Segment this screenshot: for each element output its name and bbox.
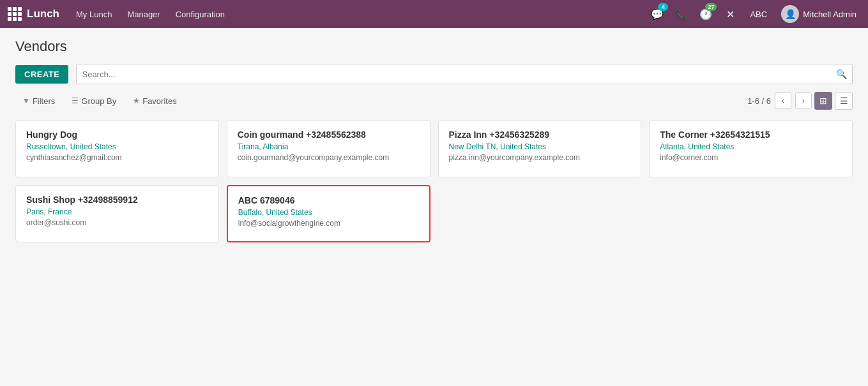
user-name: Mitchell Admin (803, 10, 857, 19)
group-by-button[interactable]: ☰ Group By (65, 93, 123, 110)
vendor-card[interactable]: Pizza Inn +32456325289New Delhi TN, Unit… (438, 120, 642, 177)
search-bar: 🔍 (76, 64, 853, 84)
search-input[interactable] (82, 70, 836, 79)
vendor-name: ABC 6789046 (238, 195, 419, 205)
list-view-button[interactable]: ☰ (835, 92, 853, 110)
vendor-name: Sushi Shop +32498859912 (26, 195, 208, 205)
vendor-email: cynthiasanchez@gmail.com (26, 153, 208, 162)
page-title: Vendors (15, 38, 853, 55)
vendor-card[interactable]: Sushi Shop +32498859912Paris, Franceorde… (15, 185, 219, 242)
vendor-email: coin.gourmand@yourcompany.example.com (238, 153, 420, 162)
vendors-grid: Hungry DogRusseltown, United Statescynth… (15, 120, 853, 242)
favorites-label: Favorites (142, 96, 176, 106)
vendor-card[interactable]: Hungry DogRusseltown, United Statescynth… (15, 120, 219, 177)
create-button[interactable]: CREATE (15, 65, 68, 84)
pagination-text: 1-6 / 6 (747, 96, 771, 106)
vendor-email: order@sushi.com (26, 218, 208, 227)
next-page-button[interactable]: › (795, 93, 812, 109)
vendor-name: Hungry Dog (26, 130, 208, 140)
vendor-email: pizza.inn@yourcompany.example.com (449, 153, 631, 162)
vendor-location: Atlanta, United States (660, 142, 842, 151)
activity-badge: 27 (705, 3, 717, 11)
group-by-label: Group By (81, 96, 116, 106)
vendor-name: Pizza Inn +32456325289 (449, 130, 631, 140)
vendor-card[interactable]: Coin gourmand +32485562388Tirana, Albani… (227, 120, 430, 177)
vendor-name: Coin gourmand +32485562388 (238, 130, 420, 140)
user-avatar: 👤 (781, 5, 799, 23)
vendor-name: The Corner +32654321515 (660, 130, 842, 140)
vendor-card[interactable]: The Corner +32654321515Atlanta, United S… (649, 120, 853, 177)
prev-page-button[interactable]: ‹ (775, 93, 791, 109)
close-icon-btn[interactable]: ✕ (720, 4, 740, 24)
vendor-email: info@corner.com (660, 153, 842, 162)
activity-icon-btn[interactable]: 🕐 27 (696, 4, 715, 24)
vendor-location: New Delhi TN, United States (449, 142, 631, 151)
topnav-actions: 💬 4 📞 🕐 27 ✕ ABC 👤 Mitchell Admin (648, 3, 860, 26)
filter-row: ▼ Filters ☰ Group By ★ Favorites 1-6 / 6… (15, 92, 853, 110)
nav-manager[interactable]: Manager (121, 6, 166, 23)
nav-menu: My Lunch Manager Configuration (70, 6, 231, 23)
company-label: ABC (745, 7, 772, 22)
favorites-button[interactable]: ★ Favorites (126, 93, 183, 110)
vendor-location: Paris, France (26, 207, 208, 216)
app-name: Lunch (27, 8, 59, 20)
vendor-email: info@socialgrowthengine.com (238, 219, 419, 228)
page-content: Vendors CREATE 🔍 ▼ Filters ☰ Group By ★ … (0, 28, 868, 253)
top-toolbar: CREATE 🔍 (15, 64, 853, 84)
grid-icon (8, 7, 22, 21)
filters-button[interactable]: ▼ Filters (15, 93, 62, 110)
nav-my-lunch[interactable]: My Lunch (70, 6, 118, 23)
vendor-location: Buffalo, United States (238, 208, 419, 217)
vendor-location: Tirana, Albania (238, 142, 420, 151)
grid-view-button[interactable]: ⊞ (814, 92, 832, 110)
vendor-location: Russeltown, United States (26, 142, 208, 151)
pagination: 1-6 / 6 ‹ › (747, 93, 812, 109)
nav-configuration[interactable]: Configuration (169, 6, 231, 23)
star-icon: ★ (133, 96, 140, 105)
app-logo[interactable]: Lunch (8, 7, 59, 21)
group-by-icon: ☰ (72, 96, 79, 105)
top-navigation: Lunch My Lunch Manager Configuration 💬 4… (0, 0, 868, 28)
messaging-icon-btn[interactable]: 💬 4 (648, 4, 667, 24)
user-menu[interactable]: 👤 Mitchell Admin (777, 3, 860, 26)
filter-icon: ▼ (22, 96, 30, 105)
messaging-badge: 4 (658, 3, 668, 11)
vendor-card[interactable]: ABC 6789046Buffalo, United Statesinfo@so… (227, 185, 430, 242)
phone-icon-btn[interactable]: 📞 (672, 4, 691, 24)
search-icon[interactable]: 🔍 (836, 69, 847, 79)
filters-label: Filters (33, 96, 55, 106)
